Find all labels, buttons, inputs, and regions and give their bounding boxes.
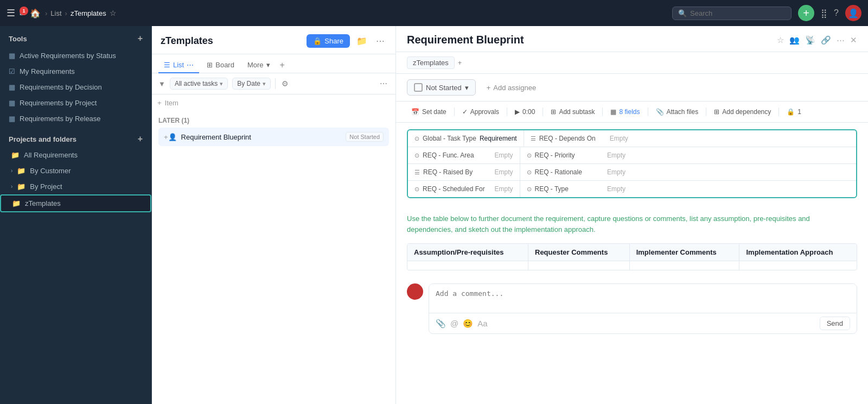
tabs-bar: ☰ List ⋯ ⊞ Board More ▾ + — [152, 54, 395, 73]
breadcrumb-sep2: › — [65, 9, 67, 17]
active-tasks-filter[interactable]: All active tasks ▾ — [170, 78, 228, 90]
chevron-down-icon: ▾ — [220, 80, 223, 87]
folder-button[interactable]: 📁 — [354, 34, 369, 48]
add-assignee-button[interactable]: + Add assignee — [482, 81, 540, 94]
sidebar-item-requirements-release[interactable]: ▦ Requirements by Release — [0, 111, 151, 127]
description-section: Use the table below to further document … — [396, 205, 868, 243]
field-icon: ⊙ — [414, 152, 419, 159]
sidebar-item-my-requirements[interactable]: ☑ My Requirements — [0, 64, 151, 79]
sidebar-folder-by-customer[interactable]: › 📁 By Customer — [0, 163, 151, 179]
top-nav: ☰ ✉ 1 🏠 › List › zTemplates ☆ 🔍 + ⣿ ? 👤 — [0, 0, 868, 26]
fields-icon: ▦ — [610, 108, 616, 116]
approvals-action[interactable]: ✓ Approvals — [458, 106, 503, 118]
add-subtask-action[interactable]: ⊞ Add subtask — [546, 106, 599, 118]
projects-add-icon[interactable]: + — [138, 134, 143, 144]
tools-add-icon[interactable]: + — [138, 34, 143, 43]
tab-more[interactable]: More ▾ — [242, 58, 276, 73]
global-add-button[interactable]: + — [798, 5, 814, 21]
breadcrumb-ztemplates[interactable]: zTemplates — [71, 9, 106, 17]
users-icon[interactable]: 👥 — [789, 35, 800, 45]
avatar[interactable]: 👤 — [845, 5, 861, 21]
sidebar-item-active-requirements[interactable]: ▦ Active Requirements by Status — [0, 48, 151, 64]
breadcrumb-star-icon[interactable]: ☆ — [110, 9, 117, 17]
filter-icon: ▼ — [158, 80, 165, 88]
sidebar-item-label: My Requirements — [20, 67, 75, 75]
field-icon: ☰ — [414, 169, 420, 176]
more-icon[interactable]: ⋯ — [837, 35, 845, 45]
search-icon: 🔍 — [678, 9, 687, 17]
field-req-func-area[interactable]: ⊙ REQ - Func. Area Empty — [408, 147, 520, 163]
field-req-priority[interactable]: ⊙ REQ - Priority Empty — [520, 147, 633, 163]
field-icon: ⊙ — [527, 152, 532, 159]
folder-label: By Customer — [30, 167, 71, 175]
emoji-icon[interactable]: 😊 — [463, 319, 473, 329]
task-item-requirement-blueprint[interactable]: +👤 Requirement Blueprint Not Started — [158, 128, 389, 146]
table-header-implementation: Implementation Approach — [739, 244, 857, 261]
tab-list[interactable]: ☰ List ⋯ — [158, 58, 199, 73]
attach-files-action[interactable]: 📎 Attach files — [652, 106, 703, 118]
hamburger-icon[interactable]: ☰ — [7, 7, 15, 19]
close-icon[interactable]: ✕ — [850, 35, 857, 45]
sidebar-item-requirements-decision[interactable]: ▦ Requirements by Decision — [0, 79, 151, 95]
comment-avatar — [407, 283, 423, 300]
status-row: Not Started ▾ + Add assignee — [396, 74, 868, 102]
fields-row-1: ⊙ Global - Task Type Requirement ☰ REQ -… — [408, 130, 856, 147]
mail-icon-wrapper[interactable]: ✉ 1 — [20, 9, 25, 17]
add-dependency-action[interactable]: ⊞ Add dependency — [710, 106, 775, 118]
comment-input[interactable] — [429, 284, 857, 311]
lock-action[interactable]: 🔒 1 — [782, 106, 806, 118]
breadcrumb-requirements[interactable]: List — [50, 9, 61, 17]
link-icon[interactable]: 🔗 — [821, 35, 831, 45]
field-label: Global - Task Type — [423, 135, 476, 142]
add-assignee-icon: +👤 — [164, 133, 177, 141]
table-icon: ▦ — [9, 99, 15, 107]
timer-action[interactable]: ▶ 0:00 — [510, 106, 539, 118]
search-box[interactable]: 🔍 — [672, 7, 792, 20]
field-value: Empty — [494, 152, 513, 159]
date-filter[interactable]: By Date ▾ — [232, 78, 271, 90]
add-item-button[interactable]: + Item — [152, 94, 395, 111]
field-req-type[interactable]: ⊙ REQ - Type Empty — [520, 181, 633, 197]
divider — [275, 78, 276, 89]
sidebar-item-requirements-project[interactable]: ▦ Requirements by Project — [0, 95, 151, 111]
field-req-depends-on[interactable]: ☰ REQ - Depends On Empty — [524, 130, 635, 147]
star-icon[interactable]: ☆ — [777, 35, 784, 45]
home-icon[interactable]: 🏠 — [30, 8, 41, 18]
more-button[interactable]: ⋯ — [374, 34, 387, 48]
lock-icon: 🔒 — [787, 108, 795, 116]
set-date-action[interactable]: 📅 Set date — [407, 106, 451, 118]
fields-action[interactable]: ▦ 8 fields — [606, 106, 644, 118]
rss-icon[interactable]: 📡 — [805, 35, 815, 45]
help-icon[interactable]: ? — [834, 8, 839, 18]
add-tab-button[interactable]: + — [278, 58, 287, 72]
field-icon: ⊙ — [527, 169, 532, 176]
table-cell — [739, 261, 857, 270]
settings-filter-button[interactable]: ⚙ — [280, 78, 290, 90]
ztemplates-tab-pill[interactable]: zTemplates — [407, 56, 455, 69]
search-input[interactable] — [690, 9, 786, 17]
sidebar-folder-by-project[interactable]: › 📁 By Project — [0, 179, 151, 194]
send-button[interactable]: Send — [820, 317, 850, 330]
more-filter-button[interactable]: ⋯ — [378, 78, 389, 90]
attach-icon[interactable]: 📎 — [436, 319, 446, 329]
tab-board[interactable]: ⊞ Board — [201, 58, 240, 73]
mention-icon[interactable]: @ — [450, 319, 458, 328]
action-label: 0:00 — [522, 108, 535, 116]
field-req-scheduled-for[interactable]: ⊙ REQ - Scheduled For Empty — [408, 181, 520, 197]
share-button[interactable]: 🔒 Share — [307, 34, 350, 48]
status-button[interactable]: Not Started ▾ — [407, 79, 476, 96]
format-icon[interactable]: Aa — [477, 319, 487, 328]
tab-more-icon[interactable]: ⋯ — [187, 61, 194, 69]
blueprint-table: Assumption/Pre-requisites Requester Comm… — [407, 243, 857, 270]
mail-badge: 1 — [20, 7, 28, 15]
sidebar-item-label: Active Requirements by Status — [20, 52, 116, 60]
add-tab-icon[interactable]: + — [458, 59, 462, 67]
sidebar-folder-all-requirements[interactable]: 📁 All Requirements — [0, 147, 151, 163]
add-icon: + — [157, 99, 162, 107]
field-req-rationale[interactable]: ⊙ REQ - Rationale Empty — [520, 164, 633, 180]
field-global-task-type[interactable]: ⊙ Global - Task Type Requirement — [408, 130, 524, 147]
sidebar-folder-ztemplates[interactable]: 📁 zTemplates — [0, 194, 151, 212]
field-req-raised-by[interactable]: ☰ REQ - Raised By Empty — [408, 164, 520, 180]
field-label: REQ - Scheduled For — [423, 185, 485, 193]
grid-icon[interactable]: ⣿ — [821, 8, 827, 18]
